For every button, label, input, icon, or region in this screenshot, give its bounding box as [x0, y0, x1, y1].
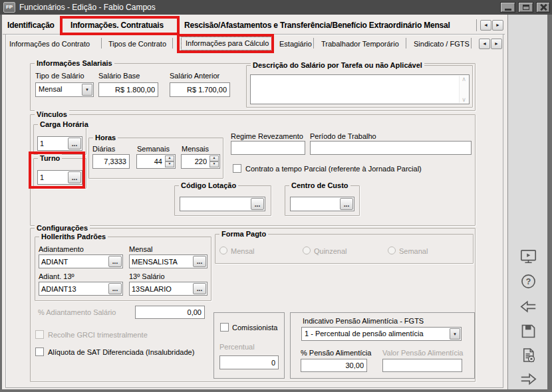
app-window: FP Funcionários - Edição - Fabio Campos …: [0, 0, 552, 392]
salario-base-input[interactable]: [98, 82, 158, 97]
salario-anterior-input[interactable]: [170, 82, 230, 97]
discard-button[interactable]: [519, 345, 537, 364]
aliquota-sat-checkbox[interactable]: [35, 347, 44, 356]
tab-separator: [172, 38, 173, 49]
mensais-input[interactable]: [182, 155, 209, 168]
indicativo-pensao-combobox[interactable]: 1 - Percentual de pensão alimentícia ▼: [301, 327, 462, 341]
tab-estagiario[interactable]: Estagiário: [279, 40, 312, 48]
back-button[interactable]: [519, 297, 537, 316]
tab2-scroll-prev-icon[interactable]: ◄: [479, 39, 490, 49]
tab-separator: [406, 38, 406, 49]
adiant13-browse-button[interactable]: ...: [108, 283, 122, 294]
run-icon: [519, 248, 537, 266]
tab-tipos-de-contrato[interactable]: Tipos de Contrato: [108, 40, 166, 48]
tab2-scroll-next-icon[interactable]: ►: [491, 39, 502, 49]
tab-scroll-next-icon[interactable]: ►: [492, 20, 503, 31]
scroll-down-icon[interactable]: ∨: [462, 96, 466, 103]
turno-browse-button[interactable]: ...: [68, 171, 81, 183]
tab-sindicato-fgts[interactable]: Sindicato / FGTS: [414, 40, 470, 48]
maximize-icon: [523, 5, 529, 10]
mensais-spinner: ▲ ▼: [209, 155, 219, 167]
maximize-button[interactable]: [518, 2, 533, 13]
tab-informacoes-do-contrato[interactable]: Informações do Contrato: [9, 40, 90, 48]
tab-identificacao[interactable]: Identificação: [7, 21, 55, 30]
semanais-input[interactable]: [137, 155, 164, 168]
adiant13-label: Adiant. 13º: [39, 272, 74, 280]
save-button[interactable]: [519, 322, 537, 340]
forma-pagto-mensal-label: Mensal: [231, 247, 254, 255]
diarias-input[interactable]: [92, 154, 130, 169]
regime-revezamento-input[interactable]: [231, 141, 305, 155]
salario13-input[interactable]: [130, 282, 192, 295]
diarias-label: Diárias: [92, 145, 115, 153]
spin-down-icon[interactable]: ▼: [165, 161, 174, 167]
comissionista-label: Comissionista: [232, 324, 277, 332]
hollerith-mensal-label: Mensal: [129, 245, 152, 253]
hollerith-mensal-field: ...: [129, 254, 207, 268]
adiant13-input[interactable]: [39, 282, 108, 295]
adiant13-field: ...: [39, 282, 123, 296]
spin-down-icon[interactable]: ▼: [209, 161, 219, 167]
run-button[interactable]: [519, 247, 537, 266]
percentual-input[interactable]: [219, 355, 279, 369]
codigo-lotacao-input[interactable]: [180, 197, 250, 211]
adiantamento-input[interactable]: [39, 255, 108, 268]
tab-trabalhador-temporario[interactable]: Trabalhador Temporário: [321, 40, 399, 48]
pct-adiantamento-label: % Adiantamento Salário: [38, 308, 116, 316]
contrato-parcial-label: Contrato a tempo Parcial (referente à Jo…: [245, 165, 422, 173]
tipo-salario-combobox[interactable]: Mensal ▼: [35, 82, 94, 97]
percentual-label: Percentual: [219, 343, 255, 351]
periodo-trabalho-input[interactable]: [310, 141, 472, 155]
turno-input[interactable]: [38, 171, 67, 184]
dropdown-arrow-icon[interactable]: ▼: [450, 328, 460, 340]
centro-custo-input[interactable]: [291, 197, 339, 211]
spin-up-icon[interactable]: ▲: [209, 155, 219, 161]
forma-pagto-mensal-radio: [219, 246, 227, 254]
forma-pagto-quinzenal-label: Quinzenal: [314, 247, 347, 255]
turno-label: Turno: [38, 154, 62, 162]
centro-custo-browse-button[interactable]: ...: [340, 198, 353, 210]
adiantamento-browse-button[interactable]: ...: [108, 256, 122, 267]
minimize-button[interactable]: [500, 2, 515, 13]
dropdown-arrow-icon[interactable]: ▼: [82, 84, 92, 96]
tab-informacoes-contratuais[interactable]: Informações. Contratuais: [70, 21, 164, 30]
carga-horaria-field: ...: [37, 136, 82, 151]
centro-custo-field: ...: [290, 197, 354, 211]
group-title: Holleriths Padrões: [39, 233, 108, 241]
close-button[interactable]: [536, 2, 550, 13]
window-title: Funcionários - Edição - Fabio Campos: [19, 0, 156, 15]
tipo-salario-value: Mensal: [36, 83, 81, 96]
carga-horaria-browse-button[interactable]: ...: [68, 138, 81, 149]
carga-horaria-input[interactable]: [38, 137, 67, 150]
minimize-icon: [505, 9, 511, 11]
tipo-salario-label: Tipo de Salário: [35, 72, 84, 80]
scrollbar[interactable]: ∧ ∨: [459, 76, 468, 103]
turno-field: ...: [37, 170, 82, 185]
recolhe-grci-label: Recolhe GRCI trimestralmente: [48, 331, 148, 339]
group-title: Descrição do Salário por Tarefa ou não A…: [251, 61, 424, 69]
codigo-lotacao-field: ...: [180, 197, 265, 211]
tab-informacoes-para-calculo[interactable]: Informações para Cálculo: [181, 37, 273, 50]
pct-pensao-input[interactable]: [301, 359, 367, 372]
pct-adiantamento-input[interactable]: [135, 306, 205, 319]
contrato-parcial-checkbox[interactable]: [233, 164, 241, 173]
indicativo-pensao-label: Indicativo Pensão Alimentícia - FGTS: [303, 317, 424, 325]
hollerith-mensal-browse-button[interactable]: ...: [193, 256, 206, 267]
tab-rescisao-afastamentos[interactable]: Rescisão/Afastamentos e Transferência/Be…: [184, 21, 450, 30]
comissionista-checkbox[interactable]: [220, 323, 229, 332]
tab-scroll-prev-icon[interactable]: ◄: [480, 20, 491, 31]
salario-base-label: Salário Base: [98, 72, 140, 80]
pct-pensao-label: % Pensão Alimentícia: [301, 349, 371, 357]
descricao-textarea[interactable]: ∧ ∨: [250, 74, 470, 104]
spin-up-icon[interactable]: ▲: [165, 155, 174, 161]
forward-button[interactable]: [519, 369, 537, 388]
codigo-lotacao-browse-button[interactable]: ...: [251, 198, 264, 210]
salario13-browse-button[interactable]: ...: [193, 283, 206, 294]
recolhe-grci-checkbox: [35, 330, 44, 339]
save-icon: [519, 322, 537, 340]
scroll-up-icon[interactable]: ∧: [462, 76, 466, 82]
svg-text:?: ?: [525, 277, 531, 286]
hollerith-mensal-input[interactable]: [130, 255, 192, 268]
help-button[interactable]: ?: [519, 272, 537, 290]
close-icon: [540, 4, 547, 11]
